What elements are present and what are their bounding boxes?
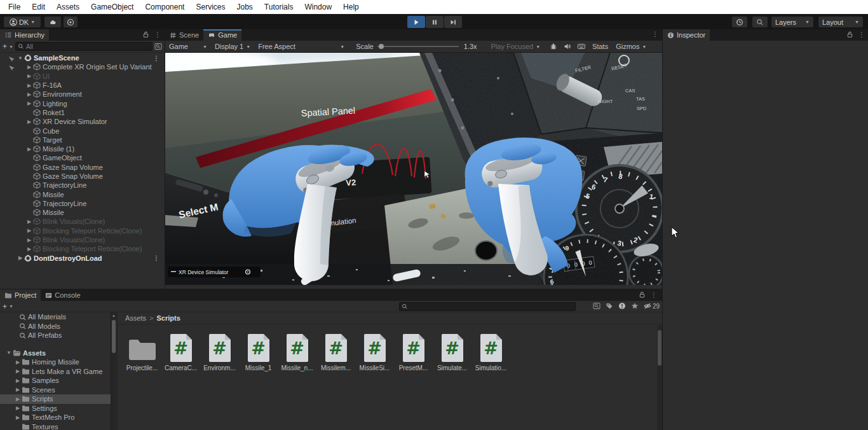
hierarchy-item-complete-xr-origin-set-up-variant[interactable]: ▶Complete XR Origin Set Up Variant bbox=[0, 62, 165, 71]
services-button[interactable] bbox=[64, 17, 78, 27]
tab-game[interactable]: Game bbox=[203, 29, 241, 41]
favorites-icon[interactable] bbox=[631, 302, 639, 310]
open-search-window-icon[interactable] bbox=[154, 43, 162, 50]
expand-arrow[interactable]: ▶ bbox=[25, 228, 33, 233]
folder-scenes[interactable]: ▶Scenes bbox=[0, 385, 111, 395]
favorite-all-prefabs[interactable]: All Prefabs bbox=[0, 331, 111, 340]
hierarchy-item-gameobject[interactable]: GameObject bbox=[0, 153, 165, 162]
hierarchy-item-gaze-snap-volume[interactable]: Gaze Snap Volume bbox=[0, 172, 165, 181]
asset-environm[interactable]: #Environm... bbox=[200, 330, 239, 371]
menu-help[interactable]: Help bbox=[337, 0, 365, 14]
favorite-all-models[interactable]: All Models bbox=[0, 322, 111, 331]
create-add-button[interactable]: + bbox=[3, 42, 7, 51]
expand-arrow[interactable]: ▶ bbox=[25, 219, 33, 225]
layers-dropdown[interactable]: Layers▼ bbox=[771, 17, 813, 27]
pick-icon[interactable] bbox=[8, 54, 15, 62]
asset-missilesi[interactable]: #MissileSi... bbox=[355, 330, 394, 371]
expand-arrow[interactable]: ▶ bbox=[25, 246, 33, 252]
game-popup-dropdown[interactable]: Game▼ bbox=[165, 41, 211, 53]
hierarchy-menu-icon[interactable]: ⋮ bbox=[154, 32, 161, 38]
step-button[interactable] bbox=[444, 16, 462, 28]
cloud-button[interactable] bbox=[44, 17, 61, 27]
hierarchy-item-lighting[interactable]: ▶Lighting bbox=[0, 99, 165, 108]
expand-arrow[interactable]: ▶ bbox=[14, 415, 22, 420]
hierarchy-item-ui[interactable]: ▶UI bbox=[0, 72, 165, 81]
content-scrollbar[interactable] bbox=[657, 325, 662, 430]
play-button[interactable] bbox=[407, 16, 425, 28]
breadcrumb-root[interactable]: Assets bbox=[125, 314, 146, 322]
tab-inspector[interactable]: Inspector bbox=[663, 29, 710, 41]
expand-arrow[interactable]: ▼ bbox=[17, 55, 24, 61]
gizmos-dropdown[interactable]: Gizmos▼ bbox=[612, 41, 650, 53]
menu-jobs[interactable]: Jobs bbox=[231, 0, 258, 14]
folder-textures[interactable]: Textures bbox=[0, 422, 111, 430]
project-menu-icon[interactable]: ⋮ bbox=[651, 292, 657, 298]
expand-arrow[interactable]: ▶ bbox=[14, 387, 22, 392]
menu-file[interactable]: File bbox=[3, 0, 26, 14]
hierarchy-item-blocking-teleport-reticle-clone[interactable]: ▶Blocking Teleport Reticle(Clone) bbox=[0, 226, 165, 235]
menu-edit[interactable]: Edit bbox=[26, 0, 51, 14]
menu-tutorials[interactable]: Tutorials bbox=[259, 0, 299, 14]
tab-scene[interactable]: Scene bbox=[165, 29, 203, 41]
stats-button[interactable]: Stats bbox=[588, 41, 612, 53]
project-tree-scrollbar[interactable]: ▲ bbox=[111, 312, 116, 430]
hierarchy-search-input[interactable]: All bbox=[15, 42, 153, 51]
project-add-button[interactable]: + bbox=[3, 302, 7, 311]
lock-icon[interactable] bbox=[639, 291, 646, 298]
play-focused-dropdown[interactable]: Play Focused▼ bbox=[487, 41, 545, 53]
project-search-input[interactable] bbox=[399, 302, 576, 311]
aspect-dropdown[interactable]: Free Aspect▼ bbox=[254, 41, 348, 53]
item-menu-icon[interactable]: ⋮ bbox=[153, 254, 159, 261]
menu-assets[interactable]: Assets bbox=[51, 0, 85, 14]
menu-window[interactable]: Window bbox=[299, 0, 337, 14]
hierarchy-item-xr-device-simulator[interactable]: ▶XR Device Simulator bbox=[0, 117, 165, 126]
lock-icon[interactable] bbox=[142, 31, 149, 38]
hierarchy-item-missile-1[interactable]: ▶Missile (1) bbox=[0, 144, 165, 153]
expand-arrow[interactable]: ▶ bbox=[25, 237, 33, 243]
xr-simulator-overlay[interactable]: XR Device Simulator bbox=[168, 267, 261, 277]
hierarchy-item-missile[interactable]: Missile bbox=[0, 190, 165, 198]
search-by-label-icon[interactable] bbox=[606, 302, 613, 310]
undo-history-button[interactable] bbox=[732, 17, 747, 27]
hierarchy-item-blocking-teleport-reticle-clone[interactable]: ▶Blocking Teleport Reticle(Clone) bbox=[0, 244, 165, 253]
favorite-all-materials[interactable]: All Materials bbox=[0, 312, 111, 322]
pause-button[interactable] bbox=[426, 16, 444, 28]
expand-arrow[interactable]: ▶ bbox=[14, 396, 22, 402]
project-root-assets[interactable]: ▼Assets bbox=[0, 349, 111, 358]
hierarchy-item-missile[interactable]: Missile bbox=[0, 208, 165, 217]
vsync-button[interactable] bbox=[574, 41, 588, 53]
expand-arrow[interactable]: ▶ bbox=[25, 64, 33, 70]
hierarchy-item-target[interactable]: Target bbox=[0, 135, 165, 144]
expand-arrow[interactable]: ▶ bbox=[25, 119, 33, 125]
asset-projectile[interactable]: Projectile... bbox=[123, 330, 161, 371]
tab-project[interactable]: Project bbox=[0, 289, 41, 301]
folder-lets-make-a-vr-game[interactable]: ▶Lets Make a VR Game bbox=[0, 367, 111, 377]
hidden-count[interactable]: 29 bbox=[644, 302, 660, 310]
tab-hierarchy[interactable]: Hierarchy bbox=[0, 29, 49, 41]
layout-dropdown[interactable]: Layout▼ bbox=[818, 17, 863, 27]
hierarchy-item-environment[interactable]: ▶Environment bbox=[0, 90, 165, 99]
search-by-import-icon[interactable] bbox=[618, 302, 626, 310]
create-caret-icon[interactable]: ▼ bbox=[9, 45, 13, 49]
hierarchy-item-gaze-snap-volume[interactable]: Gaze Snap Volume bbox=[0, 163, 165, 172]
project-add-caret[interactable]: ▼ bbox=[9, 304, 13, 309]
folder-scripts[interactable]: ▶Scripts bbox=[0, 394, 111, 404]
asset-missilem[interactable]: #Missilem... bbox=[316, 330, 355, 371]
inspector-menu-icon[interactable]: ⋮ bbox=[858, 32, 865, 38]
game-view[interactable]: Spatial Panel V2 Simulation bbox=[165, 53, 662, 285]
mute-audio-button[interactable] bbox=[560, 41, 574, 53]
menu-gameobject[interactable]: GameObject bbox=[85, 0, 139, 14]
menu-services[interactable]: Services bbox=[190, 0, 231, 14]
hierarchy-item-roket1[interactable]: Roket1 bbox=[0, 108, 165, 117]
asset-camerac[interactable]: #CameraC... bbox=[161, 330, 200, 371]
expand-arrow[interactable]: ▶ bbox=[14, 359, 22, 365]
expand-arrow[interactable]: ▼ bbox=[5, 350, 13, 356]
expand-arrow[interactable]: ▶ bbox=[14, 368, 22, 374]
search-everywhere-button[interactable] bbox=[752, 17, 768, 27]
display-dropdown[interactable]: Display 1▼ bbox=[211, 41, 254, 53]
asset-simulate[interactable]: #Simulate... bbox=[433, 330, 471, 371]
expand-arrow[interactable]: ▶ bbox=[25, 146, 33, 152]
menu-component[interactable]: Component bbox=[139, 0, 190, 14]
debug-bug-button[interactable] bbox=[546, 41, 560, 53]
lock-icon[interactable] bbox=[846, 31, 853, 38]
